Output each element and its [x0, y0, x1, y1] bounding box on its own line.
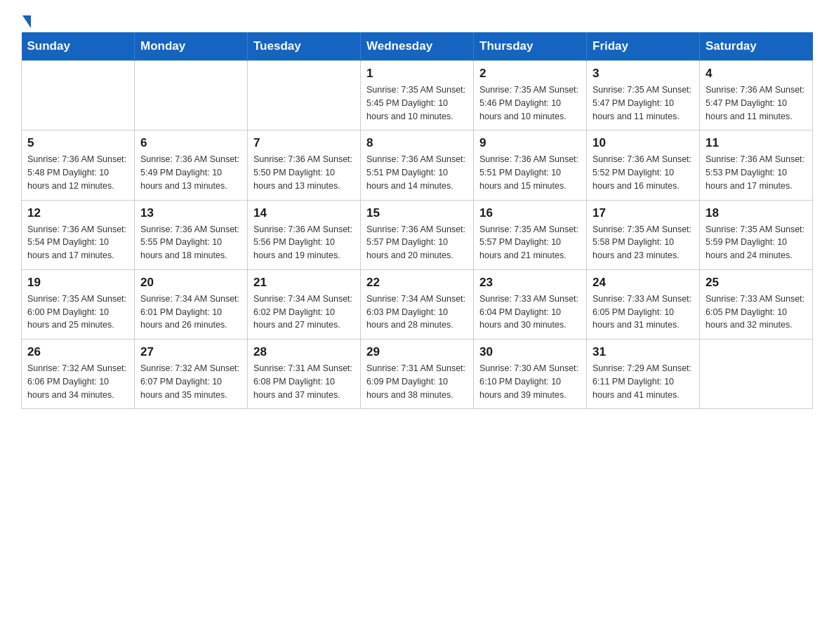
- calendar-week-4: 19Sunrise: 7:35 AM Sunset: 6:00 PM Dayli…: [22, 269, 813, 339]
- day-number: 14: [253, 206, 355, 220]
- day-number: 28: [253, 345, 355, 359]
- day-info: Sunrise: 7:34 AM Sunset: 6:02 PM Dayligh…: [253, 293, 355, 332]
- day-number: 24: [593, 276, 694, 290]
- day-number: 5: [27, 136, 128, 150]
- days-of-week-row: SundayMondayTuesdayWednesdayThursdayFrid…: [22, 32, 813, 61]
- calendar-cell: 5Sunrise: 7:36 AM Sunset: 5:48 PM Daylig…: [22, 130, 135, 200]
- calendar-cell: 6Sunrise: 7:36 AM Sunset: 5:49 PM Daylig…: [135, 130, 248, 200]
- calendar-cell: 26Sunrise: 7:32 AM Sunset: 6:06 PM Dayli…: [22, 340, 135, 409]
- day-number: 10: [593, 136, 694, 150]
- logo-triangle-icon: [22, 15, 31, 28]
- day-header-friday: Friday: [587, 32, 700, 61]
- day-number: 26: [27, 345, 128, 359]
- calendar-week-5: 26Sunrise: 7:32 AM Sunset: 6:06 PM Dayli…: [22, 340, 813, 409]
- day-number: 21: [253, 276, 355, 290]
- day-info: Sunrise: 7:35 AM Sunset: 5:57 PM Dayligh…: [479, 223, 581, 262]
- day-header-wednesday: Wednesday: [361, 32, 474, 61]
- day-number: 16: [479, 206, 581, 220]
- day-info: Sunrise: 7:36 AM Sunset: 5:47 PM Dayligh…: [706, 83, 807, 123]
- day-header-saturday: Saturday: [700, 32, 813, 61]
- calendar-cell: 25Sunrise: 7:33 AM Sunset: 6:05 PM Dayli…: [700, 269, 813, 339]
- day-info: Sunrise: 7:29 AM Sunset: 6:11 PM Dayligh…: [593, 362, 694, 401]
- calendar-cell: [700, 340, 813, 409]
- calendar-cell: 7Sunrise: 7:36 AM Sunset: 5:50 PM Daylig…: [248, 130, 361, 200]
- calendar-cell: [135, 61, 248, 130]
- calendar-cell: 19Sunrise: 7:35 AM Sunset: 6:00 PM Dayli…: [22, 269, 135, 339]
- calendar-cell: 21Sunrise: 7:34 AM Sunset: 6:02 PM Dayli…: [248, 269, 361, 339]
- calendar-cell: 23Sunrise: 7:33 AM Sunset: 6:04 PM Dayli…: [474, 269, 587, 339]
- day-info: Sunrise: 7:32 AM Sunset: 6:06 PM Dayligh…: [27, 362, 128, 401]
- calendar-cell: 29Sunrise: 7:31 AM Sunset: 6:09 PM Dayli…: [361, 340, 474, 409]
- calendar-cell: 9Sunrise: 7:36 AM Sunset: 5:51 PM Daylig…: [474, 130, 587, 200]
- day-number: 15: [366, 206, 468, 220]
- day-info: Sunrise: 7:36 AM Sunset: 5:50 PM Dayligh…: [253, 153, 355, 192]
- calendar-cell: 17Sunrise: 7:35 AM Sunset: 5:58 PM Dayli…: [587, 200, 700, 269]
- day-info: Sunrise: 7:35 AM Sunset: 5:47 PM Dayligh…: [593, 83, 694, 123]
- calendar-cell: 27Sunrise: 7:32 AM Sunset: 6:07 PM Dayli…: [135, 340, 248, 409]
- calendar-cell: 31Sunrise: 7:29 AM Sunset: 6:11 PM Dayli…: [587, 340, 700, 409]
- day-number: 31: [593, 345, 694, 359]
- calendar-header: SundayMondayTuesdayWednesdayThursdayFrid…: [22, 32, 813, 61]
- day-info: Sunrise: 7:34 AM Sunset: 6:01 PM Dayligh…: [140, 293, 241, 332]
- calendar-cell: 8Sunrise: 7:36 AM Sunset: 5:51 PM Daylig…: [361, 130, 474, 200]
- day-number: 12: [27, 206, 128, 220]
- calendar-week-2: 5Sunrise: 7:36 AM Sunset: 5:48 PM Daylig…: [22, 130, 813, 200]
- day-info: Sunrise: 7:35 AM Sunset: 5:58 PM Dayligh…: [593, 223, 694, 262]
- day-info: Sunrise: 7:30 AM Sunset: 6:10 PM Dayligh…: [479, 362, 581, 401]
- day-info: Sunrise: 7:35 AM Sunset: 6:00 PM Dayligh…: [27, 293, 128, 332]
- day-number: 19: [27, 276, 128, 290]
- day-info: Sunrise: 7:31 AM Sunset: 6:08 PM Dayligh…: [253, 362, 355, 401]
- day-info: Sunrise: 7:36 AM Sunset: 5:53 PM Dayligh…: [706, 153, 807, 192]
- day-number: 3: [593, 67, 694, 81]
- calendar-cell: 30Sunrise: 7:30 AM Sunset: 6:10 PM Dayli…: [474, 340, 587, 409]
- day-number: 9: [479, 136, 581, 150]
- day-number: 13: [140, 206, 241, 220]
- day-number: 20: [140, 276, 241, 290]
- calendar-cell: 11Sunrise: 7:36 AM Sunset: 5:53 PM Dayli…: [700, 130, 813, 200]
- day-number: 4: [706, 67, 807, 81]
- day-number: 1: [366, 67, 468, 81]
- calendar-cell: 1Sunrise: 7:35 AM Sunset: 5:45 PM Daylig…: [361, 61, 474, 130]
- day-number: 25: [706, 276, 807, 290]
- day-info: Sunrise: 7:36 AM Sunset: 5:56 PM Dayligh…: [253, 223, 355, 262]
- day-info: Sunrise: 7:36 AM Sunset: 5:57 PM Dayligh…: [366, 223, 468, 262]
- calendar-cell: 13Sunrise: 7:36 AM Sunset: 5:55 PM Dayli…: [135, 200, 248, 269]
- day-info: Sunrise: 7:36 AM Sunset: 5:48 PM Dayligh…: [27, 153, 128, 192]
- day-info: Sunrise: 7:33 AM Sunset: 6:04 PM Dayligh…: [479, 293, 581, 332]
- day-header-sunday: Sunday: [22, 32, 135, 61]
- day-info: Sunrise: 7:36 AM Sunset: 5:54 PM Dayligh…: [27, 223, 128, 262]
- day-info: Sunrise: 7:36 AM Sunset: 5:52 PM Dayligh…: [593, 153, 694, 192]
- day-header-monday: Monday: [135, 32, 248, 61]
- day-header-thursday: Thursday: [474, 32, 587, 61]
- calendar-cell: 15Sunrise: 7:36 AM Sunset: 5:57 PM Dayli…: [361, 200, 474, 269]
- calendar-cell: 24Sunrise: 7:33 AM Sunset: 6:05 PM Dayli…: [587, 269, 700, 339]
- day-number: 7: [253, 136, 355, 150]
- calendar-cell: 12Sunrise: 7:36 AM Sunset: 5:54 PM Dayli…: [22, 200, 135, 269]
- day-number: 2: [479, 67, 581, 81]
- day-number: 17: [593, 206, 694, 220]
- day-number: 22: [366, 276, 468, 290]
- day-info: Sunrise: 7:36 AM Sunset: 5:55 PM Dayligh…: [140, 223, 241, 262]
- calendar-cell: [248, 61, 361, 130]
- day-number: 30: [479, 345, 581, 359]
- calendar-cell: 16Sunrise: 7:35 AM Sunset: 5:57 PM Dayli…: [474, 200, 587, 269]
- day-info: Sunrise: 7:36 AM Sunset: 5:51 PM Dayligh…: [366, 153, 468, 192]
- day-info: Sunrise: 7:36 AM Sunset: 5:51 PM Dayligh…: [479, 153, 581, 192]
- day-number: 29: [366, 345, 468, 359]
- day-number: 6: [140, 136, 241, 150]
- day-info: Sunrise: 7:33 AM Sunset: 6:05 PM Dayligh…: [593, 293, 694, 332]
- calendar-cell: 4Sunrise: 7:36 AM Sunset: 5:47 PM Daylig…: [700, 61, 813, 130]
- day-header-tuesday: Tuesday: [248, 32, 361, 61]
- calendar-cell: 20Sunrise: 7:34 AM Sunset: 6:01 PM Dayli…: [135, 269, 248, 339]
- day-info: Sunrise: 7:31 AM Sunset: 6:09 PM Dayligh…: [366, 362, 468, 401]
- calendar-table: SundayMondayTuesdayWednesdayThursdayFrid…: [21, 32, 813, 409]
- day-info: Sunrise: 7:34 AM Sunset: 6:03 PM Dayligh…: [366, 293, 468, 332]
- day-number: 23: [479, 276, 581, 290]
- calendar-cell: 3Sunrise: 7:35 AM Sunset: 5:47 PM Daylig…: [587, 61, 700, 130]
- logo: [21, 14, 31, 25]
- calendar-week-1: 1Sunrise: 7:35 AM Sunset: 5:45 PM Daylig…: [22, 61, 813, 130]
- day-number: 8: [366, 136, 468, 150]
- day-number: 18: [706, 206, 807, 220]
- calendar-cell: 28Sunrise: 7:31 AM Sunset: 6:08 PM Dayli…: [248, 340, 361, 409]
- calendar-cell: 2Sunrise: 7:35 AM Sunset: 5:46 PM Daylig…: [474, 61, 587, 130]
